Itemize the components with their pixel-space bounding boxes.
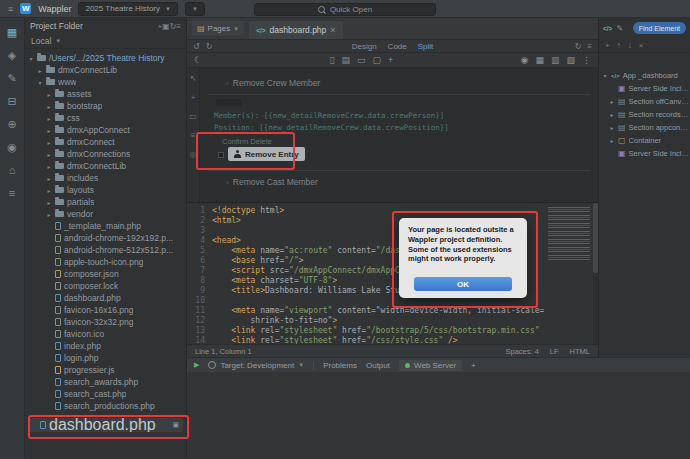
tree-item[interactable]: ▸css <box>25 112 186 124</box>
tree-item[interactable]: search_productions.php <box>25 400 186 412</box>
design-icon[interactable]: ✎ <box>7 73 16 84</box>
tree-item[interactable]: ▸includes <box>25 172 186 184</box>
pin-icon[interactable]: ▣ <box>172 421 179 429</box>
device-tablet-icon[interactable]: ▤ <box>341 56 350 65</box>
history-icon[interactable]: ↻ <box>575 42 582 51</box>
more-options-icon[interactable]: ⋮ <box>582 56 591 65</box>
project-selector[interactable]: 2025 Theatre History ▼ <box>78 2 178 16</box>
add-element-icon[interactable]: + <box>605 41 610 50</box>
tree-item[interactable]: ▸dmxConnectLib <box>25 64 186 76</box>
delete-element-icon[interactable]: × <box>639 41 644 50</box>
web-server-tab[interactable]: Web Server <box>399 360 462 371</box>
app-tree-item[interactable]: ▣Server Side Inclu... <box>599 147 690 160</box>
code-line[interactable]: 14 <link rel="stylesheet" href="/css/sty… <box>187 336 544 344</box>
device-desktop-icon[interactable]: ▢ <box>372 56 381 65</box>
pages-dropdown[interactable]: ▤ Pages ▼ <box>192 21 244 36</box>
app-tree-item[interactable]: ▸▤Section recordse... <box>599 108 690 121</box>
tree-item[interactable]: apple-touch-icon.png <box>25 256 186 268</box>
tree-item[interactable]: dashboard.php▣ <box>28 418 183 432</box>
tree-item[interactable]: dashboard.php <box>25 292 186 304</box>
select-tool-icon[interactable]: ↖ <box>190 74 197 83</box>
borders-view-icon[interactable]: ▧ <box>566 56 575 65</box>
zoom-tool-icon[interactable]: ◎ <box>190 150 197 159</box>
run-icon[interactable]: ▶ <box>194 361 199 369</box>
view-mode-code[interactable]: Code <box>388 42 407 51</box>
code-view[interactable]: 1<!doctype html>2<html>34<head>5 <meta n… <box>187 203 598 344</box>
checkbox[interactable] <box>218 152 224 158</box>
code-line[interactable]: 13 <link rel="stylesheet" href="/bootstr… <box>187 326 544 336</box>
app-tree-item[interactable]: ▣Server Side Inclu... <box>599 82 690 95</box>
quick-open-button[interactable]: Quick Open <box>254 3 436 16</box>
projects-icon[interactable]: ▦ <box>7 27 17 38</box>
remove-entry-button[interactable]: Remove Entry <box>228 147 305 161</box>
redo-icon[interactable]: ↻ <box>206 42 213 51</box>
tree-item[interactable]: ▾/Users/.../2025 Theatre History <box>25 52 186 64</box>
eol-setting[interactable]: LF <box>550 347 559 356</box>
tree-item[interactable]: search_cast.php <box>25 388 186 400</box>
insert-tool-icon[interactable]: + <box>191 93 196 102</box>
editor-options-icon[interactable]: ≡ <box>587 42 592 51</box>
tree-item[interactable]: search_awards.php <box>25 376 186 388</box>
undo-icon[interactable]: ↺ <box>193 42 200 51</box>
tree-item[interactable]: ▸dmxConnections <box>25 148 186 160</box>
columns-view-icon[interactable]: ▥ <box>551 56 560 65</box>
menu-icon[interactable]: ≡ <box>8 4 13 14</box>
tree-item[interactable]: favicon-32x32.png <box>25 316 186 328</box>
app-tree-item[interactable]: ▸▢Container <box>599 134 690 147</box>
dark-mode-toggle-icon[interactable]: ☾ <box>194 56 202 65</box>
tree-item[interactable]: composer.lock <box>25 280 186 292</box>
tree-item[interactable]: ▸layouts <box>25 184 186 196</box>
tree-item[interactable]: login.php <box>25 352 186 364</box>
tree-item[interactable]: ▸dmxConnect <box>25 136 186 148</box>
tree-item[interactable]: ▸dmxConnectLib <box>25 160 186 172</box>
language-mode[interactable]: HTML <box>570 347 590 356</box>
add-panel-button[interactable]: + <box>471 361 476 370</box>
close-icon[interactable]: × <box>330 26 335 35</box>
text-tool-icon[interactable]: ≡ <box>191 131 196 140</box>
responsive-target-icon[interactable]: + <box>388 56 393 65</box>
tree-item[interactable]: composer.json <box>25 268 186 280</box>
indent-setting[interactable]: Spaces: 4 <box>505 347 538 356</box>
tree-item[interactable]: _template_main.php <box>25 220 186 232</box>
tree-item[interactable]: favicon.ico <box>25 328 186 340</box>
ok-button[interactable]: OK <box>414 277 512 291</box>
tree-item[interactable]: favicon-16x16.png <box>25 304 186 316</box>
panel-options-icon[interactable]: ≡ <box>176 22 181 31</box>
code-line[interactable]: 11 <meta name="viewport" content="width=… <box>187 306 544 316</box>
git-icon[interactable]: ⌂ <box>9 165 16 176</box>
target-selector[interactable]: Target: Development ▼ <box>208 361 304 370</box>
tree-item[interactable]: ▸partials <box>25 196 186 208</box>
server-connect-icon[interactable]: ⊕ <box>7 119 16 130</box>
device-phone-icon[interactable]: ▯ <box>329 56 334 65</box>
view-mode-design[interactable]: Design <box>352 42 377 51</box>
tab-dashboard[interactable]: </> dashboard.php × <box>249 21 342 39</box>
app-tree-item[interactable]: ▸▤Section offCanva... <box>599 95 690 108</box>
settings-icon[interactable]: ≡ <box>9 188 15 199</box>
tree-item[interactable]: ▸assets <box>25 88 186 100</box>
preview-eye-icon[interactable]: ◉ <box>521 56 529 65</box>
tree-item[interactable]: android-chrome-512x512.p... <box>25 244 186 256</box>
scope-selector[interactable]: Local ▼ <box>25 34 186 49</box>
app-tree-item[interactable]: ▾</>App _dashboard <box>599 69 690 82</box>
workspace-selector[interactable]: ▼ <box>185 2 205 16</box>
device-laptop-icon[interactable]: ▭ <box>357 56 366 65</box>
bottom-tab-output[interactable]: Output <box>366 361 390 370</box>
bottom-tab-problems[interactable]: Problems <box>323 361 357 370</box>
tree-item[interactable]: progressier.js <box>25 364 186 376</box>
tree-item[interactable]: android-chrome-192x192.p... <box>25 232 186 244</box>
tree-item[interactable]: ▾www <box>25 76 186 88</box>
app-tree-item[interactable]: ▸▤Section appconn... <box>599 121 690 134</box>
find-element-button[interactable]: Find Element <box>633 22 686 34</box>
move-up-icon[interactable]: ↑ <box>617 41 621 50</box>
grid-view-icon[interactable]: ▦ <box>535 56 544 65</box>
code-line[interactable]: 12 shrink-to-fit=no"> <box>187 316 544 326</box>
tree-item[interactable]: index.php <box>25 340 186 352</box>
new-folder-icon[interactable]: ▣ <box>162 22 170 31</box>
view-mode-split[interactable]: Split <box>418 42 434 51</box>
minimap[interactable] <box>548 207 590 263</box>
tree-item[interactable]: ▸bootstrap <box>25 100 186 112</box>
pages-icon[interactable]: ◈ <box>8 50 16 61</box>
tree-item[interactable]: ▸dmxAppConnect <box>25 124 186 136</box>
move-down-icon[interactable]: ↓ <box>628 41 632 50</box>
tree-item[interactable]: ▸vendor <box>25 208 186 220</box>
